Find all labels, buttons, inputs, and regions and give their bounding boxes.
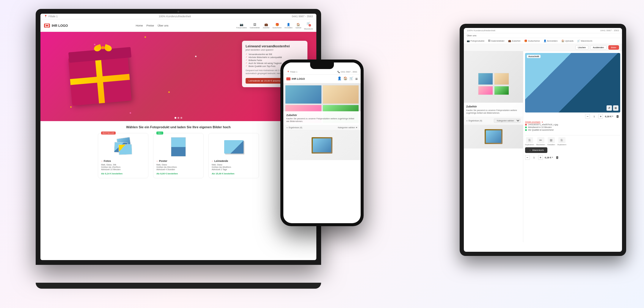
poster-price: Ab 8,00 € bestellen (156, 172, 200, 175)
laptop-phone: 0441 9987 - 3563 (292, 15, 313, 18)
qty-plus-bottom[interactable]: + (538, 155, 543, 160)
nav-anmelden[interactable]: 👤 Anmelden (285, 22, 293, 29)
poster-feature-2: Größen bis 60x120cm (156, 166, 200, 168)
nav-home[interactable]: Home (136, 24, 143, 27)
phone-navbar: IHR LOGO 👤 🏠 🛒 ≡ (283, 75, 361, 83)
zoom-tool[interactable]: ↺ (607, 105, 612, 111)
tablet-left-panel: Zubehör Kaufen Sie passend zu unseren Fo… (464, 51, 523, 242)
dot-1[interactable] (175, 117, 176, 119)
bearbeiten-action[interactable]: ✏ Bearbeiten (536, 137, 545, 146)
tablet-nav-gutscheine[interactable]: 🎁 Gutscheine (524, 40, 540, 42)
leinwande-feature-2: Größen bis 80x80cm (212, 166, 256, 168)
delete-top[interactable]: 🗑 (615, 114, 620, 119)
qty-value-bottom: 1 (532, 156, 536, 159)
image-tools: ↺ ⊞ (607, 105, 618, 111)
nav-upload[interactable]: 🏠 Upload (296, 22, 301, 29)
tablet-topbar: 100% Kundenzufriedenheit 0441 9987 - 356… (464, 28, 622, 33)
dot-3[interactable] (180, 117, 182, 119)
hero-dots (175, 117, 182, 119)
poster-feature-1: Matt, Glanz (156, 164, 200, 166)
photo-stack (113, 138, 133, 156)
small-product-shape (485, 129, 502, 144)
dot-2[interactable] (178, 117, 179, 119)
results-label: Ergebnisse (4) (466, 120, 482, 122)
price-top: 0,18 € * (605, 115, 613, 118)
tablet-satisfaction: 100% Kundenzufriedenheit (467, 29, 495, 32)
phone-phone-number: 📞 0441 9987 - 3563 (337, 71, 357, 73)
product-card-leinwande: Leinwände Matt, Glanz Größen bis 80x80cm… (208, 133, 259, 178)
product-card-fotos: BESTSELLER Fotos Matt, Glanz, Silk Größe… (98, 133, 148, 178)
tablet-nav-warenkorb[interactable]: 🛒 Warenkorb (577, 40, 592, 42)
phone-home-icon[interactable]: 🏠 (343, 76, 348, 81)
phone-user-icon[interactable]: 👤 (337, 76, 342, 81)
hide-button[interactable]: Ausblenden (590, 45, 607, 50)
upload-icon: 🏠 (296, 22, 300, 26)
phone-frame-2 (323, 85, 359, 104)
quality-dot (525, 129, 527, 131)
details-anzeigen-link[interactable]: Details anzeigen (525, 121, 541, 123)
fotos-image (101, 136, 145, 157)
category-select[interactable]: Kategorien wählen (494, 118, 521, 123)
laptop-navbar: IHR LOGO Home Preise Über uns 📷 Fotoprod… (40, 19, 316, 32)
qty-minus-top[interactable]: − (585, 114, 590, 119)
laptop-logo: IHR LOGO (44, 24, 68, 28)
frame-2 (494, 73, 509, 85)
phone-logo: IHR LOGO (286, 77, 305, 80)
laptop-device: 📍 Filiale 1 100% Kundenzufriedenheit 044… (36, 9, 321, 295)
duplizieren-icon: ⎘ (526, 137, 533, 143)
duplizieren2-action[interactable]: ⎘ Duplizieren (557, 137, 566, 146)
phone-zubehor-overlay: Zubehör Kaufen Sie passend zu unseren Fo… (283, 111, 361, 125)
tablet-action-bar: Löschen Ausblenden Bilder (464, 44, 622, 51)
tablet-nav-galeriebilder[interactable]: 🖼 Galeriebilder (488, 40, 505, 42)
phone-cart-icon[interactable]: 🛒 (349, 76, 354, 81)
tablet-device: 100% Kundenzufriedenheit 0441 9987 - 356… (460, 24, 626, 256)
galeriebilder-icon: 🖼 (253, 22, 257, 26)
laptop-satisfaction: 100% Kundenzufriedenheit (159, 15, 191, 18)
nav-ueberuns[interactable]: Über uns (158, 24, 169, 27)
warenkorb-label: Warenkorb (304, 28, 313, 30)
abholzeit: Abholbereit in 10 Minuten (528, 126, 552, 128)
warenkorb-button[interactable]: → Warenkorb (525, 147, 547, 153)
tablet-product-small (464, 125, 523, 148)
tablet-nav-zubehor[interactable]: 💼 Zubehör (508, 40, 521, 42)
tablet-nav-fotoprodukte[interactable]: 📷 Fotoprodukte (467, 40, 484, 42)
tablet-action-icons: ⎘ Duplizieren ✏ Bearbeiten ⊞ Gestalten (525, 135, 620, 146)
fotos-feature-1: Matt, Glanz, Silk (101, 164, 145, 166)
tablet-right-panel: Ausschnitt ↺ ⊞ − 1 + 0,18 € * 🗑 (523, 51, 622, 242)
phone-menu-icon[interactable]: ≡ (355, 76, 358, 81)
duplizieren-action[interactable]: ⎘ Duplizieren (525, 137, 534, 146)
nav-warenkorb[interactable]: 🛒 1 Warenkorb (304, 21, 313, 30)
delete-bottom[interactable]: 🗑 (555, 155, 560, 160)
gestalten-label: Gestalten (547, 144, 555, 146)
qty-plus-top[interactable]: + (598, 114, 603, 119)
badge-bestseller: BESTSELLER (101, 132, 116, 135)
tablet-navbar: 📷 Fotoprodukte 🖼 Galeriebilder 💼 Zubehör… (464, 38, 622, 44)
nav-fotoprodukte[interactable]: 📷 Fotoprodukte (236, 22, 247, 29)
poster-feature-3: Abholzeit 4 Stunden (156, 168, 200, 171)
tablet-nav-uploads[interactable]: 🏠 Uploads (561, 40, 574, 42)
tablet-nav-anmelden[interactable]: 👤 Anmelden (544, 40, 558, 42)
nav-preise[interactable]: Preise (147, 24, 154, 27)
delete-button[interactable]: Löschen (575, 45, 588, 50)
abholzeit-dot (525, 126, 527, 128)
phone-category[interactable]: Kategorien wählen ▼ (338, 126, 358, 129)
gestalten-action[interactable]: ⊞ Gestalten (547, 137, 555, 146)
upload-label: Upload (296, 27, 301, 29)
bilder-button[interactable]: Bilder (608, 45, 619, 50)
detail-icon: ● (542, 121, 543, 123)
crop-tool[interactable]: ⊞ (613, 105, 618, 111)
nav-gutscheine[interactable]: 🎁 Gutscheine (272, 22, 281, 29)
qty-minus-bottom[interactable]: − (525, 155, 530, 160)
bearbeiten-icon: ✏ (537, 137, 544, 143)
nav-galeriebilder[interactable]: 🖼 Galeriebilder (250, 22, 260, 29)
fotos-name: Fotos (101, 160, 145, 162)
duplizieren2-label: Duplizieren (557, 144, 566, 146)
hero-cta-button[interactable]: Leinwände ab 15,00 € ansehen (246, 78, 285, 84)
product-grid: BESTSELLER Fotos Matt, Glanz, Silk Größe… (46, 133, 310, 178)
nav-zubehor[interactable]: 💼 Zubehör (263, 22, 269, 29)
duplizieren-label: Duplizieren (525, 144, 534, 146)
qty-row-bottom: − 1 + 0,18 € * 🗑 (525, 155, 620, 160)
arrow-icon: → (529, 149, 531, 151)
cart-badge: 1 (309, 24, 311, 26)
laptop-logo-text: IHR LOGO (52, 24, 68, 27)
